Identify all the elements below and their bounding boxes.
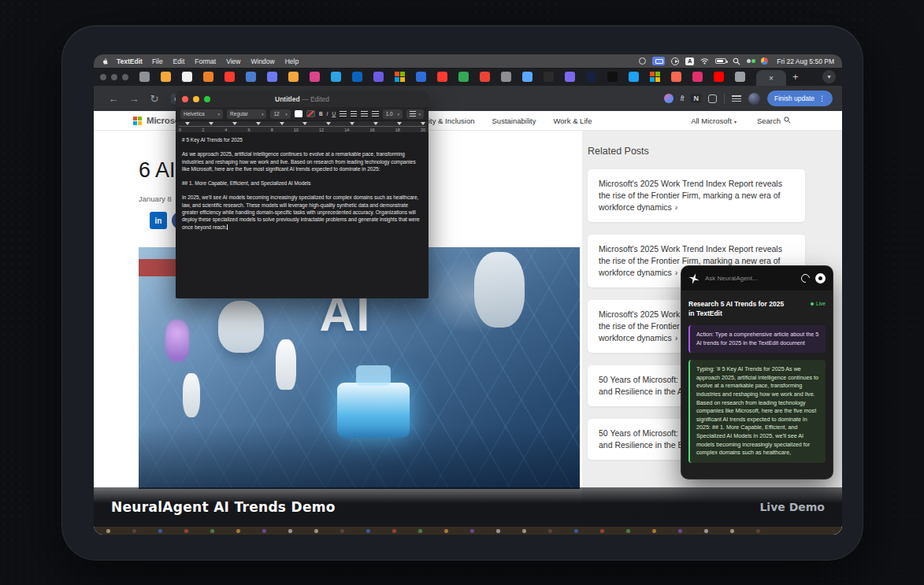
media-playing-icon[interactable] xyxy=(671,57,679,65)
window-close-button[interactable] xyxy=(100,74,106,80)
keyboard-layout-icon[interactable]: A xyxy=(685,57,694,65)
align-right-icon[interactable] xyxy=(361,111,368,117)
menubar-app-name[interactable]: TextEdit xyxy=(117,57,143,65)
active-tab[interactable]: × xyxy=(756,70,786,86)
back-button[interactable]: ← xyxy=(103,93,124,105)
toolbar-right: ft N Finish update ⋮ xyxy=(664,91,833,106)
text-color-swatch[interactable] xyxy=(295,110,303,117)
list-style-dropdown[interactable]: ▾ xyxy=(406,109,424,119)
textedit-document[interactable]: # 5 Key AI Trends for 2025As we approach… xyxy=(176,132,429,242)
neuralagent-panel[interactable]: Research 5 AI Trends for 2025 in TextEdi… xyxy=(681,265,833,479)
highlight-color-swatch[interactable] xyxy=(306,110,315,117)
pinned-tab-favicon[interactable] xyxy=(629,72,639,82)
forward-button[interactable]: → xyxy=(124,93,144,105)
hero-floor-shade xyxy=(139,426,580,489)
screen-mirroring-icon[interactable] xyxy=(652,57,665,65)
font-style-dropdown[interactable]: Regular▾ xyxy=(227,109,266,119)
pinned-tab-favicon[interactable] xyxy=(458,72,469,82)
control-center-icon[interactable] xyxy=(761,57,768,65)
pinned-tab-favicon[interactable] xyxy=(203,72,213,82)
voice-icon[interactable] xyxy=(800,272,811,284)
tab-stop-icon xyxy=(256,122,261,125)
pinned-tab-favicon[interactable] xyxy=(586,72,596,82)
finish-update-button[interactable]: Finish update ⋮ xyxy=(767,91,833,106)
wifi-icon[interactable] xyxy=(700,57,709,65)
pinned-tab-favicon[interactable] xyxy=(139,72,150,82)
menubar-item[interactable]: Edit xyxy=(173,57,185,65)
neuralagent-body: Research 5 AI Trends for 2025 in TextEdi… xyxy=(681,291,833,471)
extension-pen-icon[interactable] xyxy=(664,94,674,103)
pinned-tab-favicon[interactable] xyxy=(310,72,320,82)
menubar-item[interactable]: Window xyxy=(250,57,274,65)
pinned-tab-favicon[interactable] xyxy=(544,72,554,82)
extension-ft-icon[interactable]: ft xyxy=(681,94,685,102)
pinned-tab-favicon[interactable] xyxy=(395,72,405,82)
reading-list-icon[interactable] xyxy=(732,95,741,102)
search-link[interactable]: Search xyxy=(757,117,791,125)
pinned-tab-favicon[interactable] xyxy=(735,72,745,82)
related-post-card[interactable]: Microsoft's 2025 Work Trend Index Report… xyxy=(588,169,805,222)
pinned-tab-favicon[interactable] xyxy=(331,72,341,82)
ask-neuralagent-input[interactable] xyxy=(705,275,796,282)
align-justify-icon[interactable] xyxy=(372,111,379,117)
stop-button[interactable] xyxy=(815,273,826,283)
all-microsoft-link[interactable]: All Microsoft▾ xyxy=(691,117,737,125)
window-zoom-button[interactable] xyxy=(122,74,128,80)
tab-search-chevron-icon[interactable]: ▾ xyxy=(822,70,836,83)
ruler-number: 4 xyxy=(225,128,227,132)
pinned-tab-favicon[interactable] xyxy=(692,72,703,82)
pinned-tab-favicon[interactable] xyxy=(246,72,256,82)
apple-icon[interactable] xyxy=(102,57,109,65)
font-size-dropdown[interactable]: 12▾ xyxy=(270,109,290,119)
pinned-tab-favicon[interactable] xyxy=(182,72,192,82)
textedit-ruler[interactable]: 02468101214161820 xyxy=(176,120,429,132)
pinned-tab-favicon[interactable] xyxy=(480,72,490,82)
globe-icon[interactable] xyxy=(639,57,646,65)
menubar-item[interactable]: Help xyxy=(285,57,299,65)
bold-button[interactable]: B xyxy=(319,111,323,117)
stage-manager-icon[interactable] xyxy=(747,59,751,63)
pinned-tab-favicon[interactable] xyxy=(714,72,724,82)
textedit-window[interactable]: Untitled — Edited Helvetica▾ Regular▾ 12… xyxy=(176,91,429,298)
menubar-item[interactable]: File xyxy=(152,57,163,65)
line-spacing-stepper[interactable]: 1.0▾ xyxy=(383,109,403,119)
pinned-tab-favicon[interactable] xyxy=(416,72,426,82)
pinned-tab-favicon[interactable] xyxy=(671,72,681,82)
new-tab-button[interactable]: + xyxy=(792,71,799,83)
window-minimize-button[interactable] xyxy=(111,74,117,80)
pinned-tab-favicon[interactable] xyxy=(352,72,362,82)
pinned-tab-favicon[interactable] xyxy=(161,72,171,82)
pinned-tab-favicon[interactable] xyxy=(267,72,277,82)
extension-frame-icon[interactable] xyxy=(708,94,717,103)
menubar-item[interactable]: View xyxy=(226,57,240,65)
battery-icon[interactable] xyxy=(715,58,726,64)
kebab-menu-icon[interactable]: ⋮ xyxy=(818,94,826,102)
menubar-item[interactable]: Format xyxy=(195,57,216,65)
align-center-icon[interactable] xyxy=(351,111,358,117)
italic-button[interactable]: I xyxy=(327,111,328,117)
pinned-tab-favicon[interactable] xyxy=(437,72,447,82)
spotlight-search-icon[interactable] xyxy=(733,57,740,65)
textedit-titlebar[interactable]: Untitled — Edited xyxy=(176,91,429,107)
pinned-tab-favicon[interactable] xyxy=(607,72,618,82)
pinned-tab-favicon[interactable] xyxy=(565,72,575,82)
menubar-clock[interactable]: Fri 22 Aug 5:50 PM xyxy=(777,57,834,65)
reload-button[interactable]: ↻ xyxy=(144,93,165,105)
microsoft-logo[interactable] xyxy=(133,117,142,125)
underline-button[interactable]: U xyxy=(332,111,336,117)
nav-link[interactable]: Sustainability xyxy=(492,117,536,125)
close-tab-icon[interactable]: × xyxy=(769,74,774,83)
dock-app-dot xyxy=(548,529,552,533)
extension-n-icon[interactable]: N xyxy=(691,94,701,103)
pinned-tab-favicon[interactable] xyxy=(288,72,299,82)
profile-avatar[interactable] xyxy=(748,93,760,105)
pinned-tab-favicon[interactable] xyxy=(650,72,660,82)
align-left-icon[interactable] xyxy=(340,111,347,117)
pinned-tab-favicon[interactable] xyxy=(225,72,235,82)
nav-link[interactable]: Work & Life xyxy=(554,117,592,125)
pinned-tab-favicon[interactable] xyxy=(373,72,384,82)
pinned-tab-favicon[interactable] xyxy=(522,72,533,82)
font-family-dropdown[interactable]: Helvetica▾ xyxy=(180,109,223,119)
pinned-tab-favicon[interactable] xyxy=(501,72,511,82)
linkedin-share-icon[interactable]: in xyxy=(150,212,167,229)
